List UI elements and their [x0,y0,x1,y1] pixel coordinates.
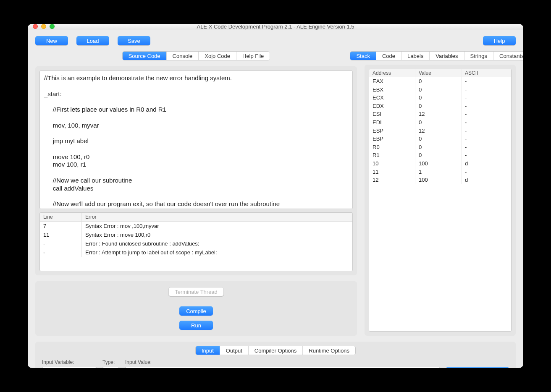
tab-code[interactable]: Code [376,52,401,60]
main-columns: Source CodeConsoleXojo CodeHelp File //T… [35,51,516,336]
terminate-thread-button: Terminate Thread [168,287,224,296]
stack-address: R1 [369,151,415,159]
stack-value: 0 [415,135,462,143]
run-button[interactable]: Run [179,321,213,330]
stack-address: EBP [369,135,415,143]
source-code-editor[interactable]: //This is an example to demonstrate the … [39,71,353,209]
tab-labels[interactable]: Labels [401,52,430,60]
error-row[interactable]: 11Syntax Error : move 100,r0 [40,230,352,239]
stack-address: EDI [369,118,415,127]
stack-value: 12 [415,127,462,135]
action-panel: Terminate Thread Compile Run [35,281,357,336]
stack-row[interactable]: EBP0- [369,135,511,143]
tab-console[interactable]: Console [167,52,199,60]
input-variable-label: Input Variable: [42,359,97,365]
stack-row[interactable]: EDX0- [369,102,511,110]
input-value-field[interactable] [125,367,440,368]
input-variable-field[interactable] [42,367,97,368]
error-row[interactable]: -Error : Attempt to jump to label out of… [40,248,352,257]
error-row[interactable]: 7Syntax Error : mov ,100,myvar [40,222,352,230]
stack-value: 0 [415,77,462,86]
stack-ascii: - [462,94,511,102]
stack-address: EBX [369,86,415,94]
stack-row[interactable]: R10- [369,151,511,159]
clear-input-button[interactable]: Clear Input [446,367,509,368]
stack-row[interactable]: EDI0- [369,118,511,127]
error-line: - [40,248,82,257]
stack-row[interactable]: ESP12- [369,127,511,135]
error-line: 11 [40,230,82,239]
tab-output[interactable]: Output [220,346,249,355]
stack-row[interactable]: 12100d [369,176,511,184]
error-row[interactable]: -Error : Found unclosed subroutine : add… [40,239,352,248]
tab-input[interactable]: Input [196,346,220,355]
compile-button[interactable]: Compile [179,306,213,316]
stack-row[interactable]: R00- [369,143,511,152]
error-message: Error : Attempt to jump to label out of … [82,248,352,257]
stack-address: ECX [369,94,415,102]
tab-strings[interactable]: Strings [464,52,493,60]
stack-address: ESP [369,127,415,135]
tab-compiler-options[interactable]: Compiler Options [249,346,303,355]
content: New Load Save Help Source CodeConsoleXoj… [28,29,523,368]
save-button[interactable]: Save [118,36,150,45]
stack-row[interactable]: ECX0- [369,94,511,102]
stack-value: 0 [415,143,462,152]
tab-source-code[interactable]: Source Code [123,52,167,60]
tab-help-file[interactable]: Help File [236,52,270,60]
app-window: ALE X Code Development Program 2.1 - ALE… [28,24,523,368]
stack-address: 12 [369,176,415,184]
stack-header-address: Address [369,69,415,77]
stack-ascii: d [462,176,511,184]
stack-ascii: d [462,159,511,168]
stack-value: 0 [415,86,462,94]
stack-value: 0 [415,151,462,159]
stack-value: 100 [415,159,462,168]
errors-header-line: Line [40,213,82,221]
stack-ascii: - [462,135,511,143]
error-line: - [40,239,82,248]
tab-variables[interactable]: Variables [430,52,464,60]
stack-ascii: - [462,143,511,152]
new-button[interactable]: New [35,36,68,45]
right-column: StackCodeLabelsVariablesStringsConstants… [365,51,516,336]
stack-ascii: - [462,77,511,86]
input-row: Input Variable: Type: Input Value: Clear… [42,359,509,368]
stack-ascii: - [462,110,511,118]
tab-constants[interactable]: Constants [493,52,523,60]
stack-address: ESI [369,110,415,118]
stack-ascii: - [462,102,511,110]
tab-runtime-options[interactable]: Runtime Options [303,346,355,355]
stack-row[interactable]: ESI12- [369,110,511,118]
bottom-panel: InputOutputCompiler OptionsRuntime Optio… [35,342,516,368]
error-message: Error : Found unclosed subroutine : addV… [82,239,352,248]
input-type-label: Type: [102,359,119,365]
input-value-label: Input Value: [125,359,440,365]
bottom-tabbar: InputOutputCompiler OptionsRuntime Optio… [195,346,356,355]
stack-row[interactable]: EAX0- [369,77,511,86]
code-panel: //This is an example to demonstrate the … [35,66,357,275]
titlebar: ALE X Code Development Program 2.1 - ALE… [28,24,523,29]
tab-stack[interactable]: Stack [350,52,376,60]
stack-value: 0 [415,118,462,127]
stack-address: 10 [369,159,415,168]
input-type-field[interactable] [102,367,119,368]
stack-ascii: - [462,118,511,127]
left-tabbar: Source CodeConsoleXojo CodeHelp File [122,51,270,60]
stack-row[interactable]: 10100d [369,159,511,168]
stack-row[interactable]: 111- [369,168,511,176]
stack-value: 0 [415,94,462,102]
stack-address: EDX [369,102,415,110]
stack-address: EAX [369,77,415,86]
stack-grid: Address Value ASCII EAX0-EBX0-ECX0-EDX0-… [369,69,512,332]
errors-header-error: Error [82,213,352,221]
right-tabbar: StackCodeLabelsVariablesStringsConstants [350,51,523,60]
load-button[interactable]: Load [76,36,109,45]
stack-ascii: - [462,86,511,94]
tab-xojo-code[interactable]: Xojo Code [199,52,236,60]
stack-value: 100 [415,176,462,184]
stack-value: 0 [415,102,462,110]
help-button[interactable]: Help [483,36,516,45]
stack-row[interactable]: EBX0- [369,86,511,94]
error-message: Syntax Error : move 100,r0 [82,230,352,239]
